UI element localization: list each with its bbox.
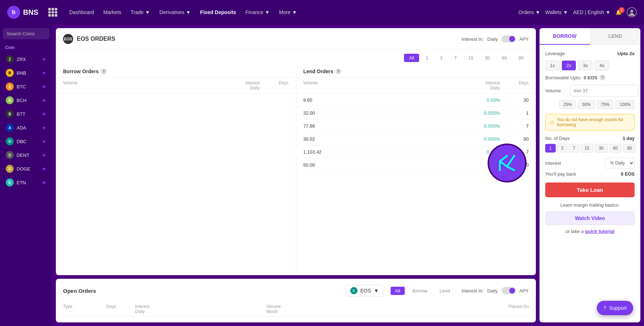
toggle-switch[interactable] bbox=[501, 35, 516, 43]
coin-name-bch: BCH bbox=[17, 98, 26, 103]
nav-wallets[interactable]: Wallets ▼ bbox=[545, 9, 568, 15]
search-input[interactable] bbox=[3, 28, 49, 39]
coin-name-etn: ETN bbox=[17, 180, 26, 185]
filter-tab-7[interactable]: 7 bbox=[449, 54, 462, 62]
navbar: b BNS Dashboard Markets Trade ▼ Derivati… bbox=[0, 0, 644, 25]
star-icon-btc[interactable]: ★ bbox=[42, 84, 46, 89]
day-btn-60[interactable]: 60 bbox=[609, 144, 622, 153]
coin-icon-bch: B bbox=[6, 96, 14, 104]
day-btn-3[interactable]: 3 bbox=[557, 144, 568, 153]
pct-25[interactable]: 25% bbox=[559, 100, 576, 109]
day-btn-30[interactable]: 30 bbox=[595, 144, 607, 153]
orders-title: EOS EOS ORDERS bbox=[63, 34, 115, 44]
nav-markets[interactable]: Markets bbox=[99, 6, 126, 18]
watch-video-button[interactable]: Watch Video bbox=[545, 211, 635, 225]
star-icon-bch[interactable]: ★ bbox=[42, 97, 46, 103]
volume-input[interactable] bbox=[570, 85, 638, 97]
support-button[interactable]: ? Support bbox=[597, 301, 633, 315]
tab-lend[interactable]: LEND bbox=[590, 28, 640, 45]
borrow-help-icon[interactable]: ? bbox=[101, 69, 107, 74]
open-filter-lend[interactable]: Lend bbox=[435, 287, 454, 295]
quick-tutorial-link[interactable]: quick tutorial bbox=[585, 229, 614, 234]
coin-icon-zrx: Z bbox=[6, 55, 14, 63]
sidebar-item-etn[interactable]: EETN ★ bbox=[3, 176, 49, 189]
sidebar-item-dbc[interactable]: DDBC ★ bbox=[3, 135, 49, 147]
open-toggle-switch[interactable] bbox=[501, 287, 516, 294]
oot-days-header: Days bbox=[106, 304, 135, 314]
filter-tab-90[interactable]: 90 bbox=[514, 54, 529, 62]
filter-tab-15[interactable]: 15 bbox=[463, 54, 478, 62]
star-icon-ada[interactable]: ★ bbox=[42, 125, 46, 131]
sidebar-item-bnb[interactable]: BBNB ★ bbox=[3, 67, 49, 79]
lev-2x[interactable]: 2x bbox=[562, 61, 576, 70]
star-icon-etn[interactable]: ★ bbox=[42, 180, 46, 185]
lend-table-headers: Volume InterestDaily Days bbox=[296, 78, 536, 94]
logo[interactable]: b BNS bbox=[7, 6, 38, 19]
lev-1x[interactable]: 1x bbox=[545, 61, 560, 70]
star-icon-doge[interactable]: ★ bbox=[42, 166, 46, 172]
learn-text: Learn margin trading basics: bbox=[545, 202, 635, 208]
filter-tab-3[interactable]: 3 bbox=[435, 54, 448, 62]
open-interest-label: Interest In: bbox=[462, 288, 484, 294]
logo-circle: b bbox=[7, 6, 20, 19]
oot-type-header: Type bbox=[63, 304, 106, 314]
lev-4x[interactable]: 4x bbox=[595, 61, 609, 70]
coin-name-dbc: DBC bbox=[17, 139, 26, 144]
lend-days-2: 7 bbox=[500, 123, 529, 129]
nav-bell[interactable]: 🔔 2 bbox=[616, 9, 622, 15]
star-icon-dbc[interactable]: ★ bbox=[42, 138, 46, 144]
day-btn-7[interactable]: 7 bbox=[569, 144, 579, 153]
lev-3x[interactable]: 3x bbox=[578, 61, 592, 70]
pct-75[interactable]: 75% bbox=[597, 100, 613, 109]
pct-100[interactable]: 100% bbox=[616, 100, 635, 109]
nav-more[interactable]: More ▼ bbox=[275, 6, 302, 18]
interest-row-label: Interest bbox=[545, 160, 561, 166]
coin-select[interactable]: E EOS ▼ bbox=[346, 285, 383, 297]
days-label-row: No. of Days 1 day bbox=[545, 136, 635, 141]
nav-orders[interactable]: Orders ▼ bbox=[518, 9, 540, 15]
sidebar-item-btt[interactable]: BBTT ★ bbox=[3, 108, 49, 120]
borrow-orders-col: Borrow Orders ? Volume InterestDaily Day… bbox=[56, 66, 296, 275]
filter-tab-1[interactable]: 1 bbox=[421, 54, 433, 62]
lend-help-icon[interactable]: ? bbox=[336, 69, 341, 74]
take-loan-button[interactable]: Take Loan bbox=[545, 182, 635, 197]
nav-derivatives[interactable]: Derivatives ▼ bbox=[155, 6, 195, 18]
star-icon-bnb[interactable]: ★ bbox=[42, 70, 46, 76]
star-icon-btt[interactable]: ★ bbox=[42, 111, 46, 117]
nav-currency[interactable]: AED | English ▼ bbox=[573, 9, 610, 15]
day-btn-1[interactable]: 1 bbox=[545, 144, 556, 153]
open-filter-borrow[interactable]: Borrow bbox=[408, 287, 432, 295]
day-btn-90[interactable]: 90 bbox=[623, 144, 636, 153]
sidebar-item-ada[interactable]: AADA ★ bbox=[3, 122, 49, 134]
sidebar-item-doge[interactable]: DDOGE ★ bbox=[3, 163, 49, 175]
sidebar-item-btc[interactable]: ₿BTC ★ bbox=[3, 80, 49, 93]
open-daily-label: Daily bbox=[487, 288, 498, 294]
svg-point-1 bbox=[630, 10, 633, 13]
open-filter-all[interactable]: All bbox=[391, 287, 404, 295]
pct-50[interactable]: 50% bbox=[578, 100, 595, 109]
borrow-lend-tabs: BORROW LEND bbox=[539, 28, 640, 45]
filter-tab-30[interactable]: 30 bbox=[480, 54, 495, 62]
sidebar-item-dent[interactable]: DDENT ★ bbox=[3, 149, 49, 161]
sidebar-item-zrx[interactable]: ZZRX ★ bbox=[3, 53, 49, 65]
filter-tab-60[interactable]: 60 bbox=[497, 54, 512, 62]
orders-body: Borrow Orders ? Volume InterestDaily Day… bbox=[56, 66, 536, 275]
interest-select[interactable]: % Daily bbox=[605, 158, 635, 168]
tab-borrow[interactable]: BORROW bbox=[539, 28, 590, 45]
warning-box: ⚠ You do not have enough assets for borr… bbox=[545, 114, 635, 131]
nav-finance[interactable]: Finance ▼ bbox=[241, 6, 274, 18]
sidebar-section-label: Coin bbox=[3, 44, 49, 52]
borrowable-help-icon[interactable]: ? bbox=[600, 75, 605, 80]
nav-trade[interactable]: Trade ▼ bbox=[126, 6, 155, 18]
star-icon-dent[interactable]: ★ bbox=[42, 152, 46, 158]
day-btn-15[interactable]: 15 bbox=[581, 144, 593, 153]
star-icon-zrx[interactable]: ★ bbox=[42, 56, 46, 62]
nav-profile[interactable] bbox=[627, 7, 637, 17]
filter-tab-all[interactable]: All bbox=[404, 54, 419, 62]
filter-tabs: All 1 3 7 15 30 60 90 bbox=[56, 50, 536, 66]
nav-dashboard[interactable]: Dashboard bbox=[65, 6, 98, 18]
grid-icon[interactable] bbox=[48, 8, 57, 17]
sidebar-item-bch[interactable]: BBCH ★ bbox=[3, 94, 49, 106]
nav-fixed-deposits[interactable]: Fixed Deposits bbox=[196, 6, 240, 18]
interest-row: Interest % Daily bbox=[545, 158, 635, 168]
